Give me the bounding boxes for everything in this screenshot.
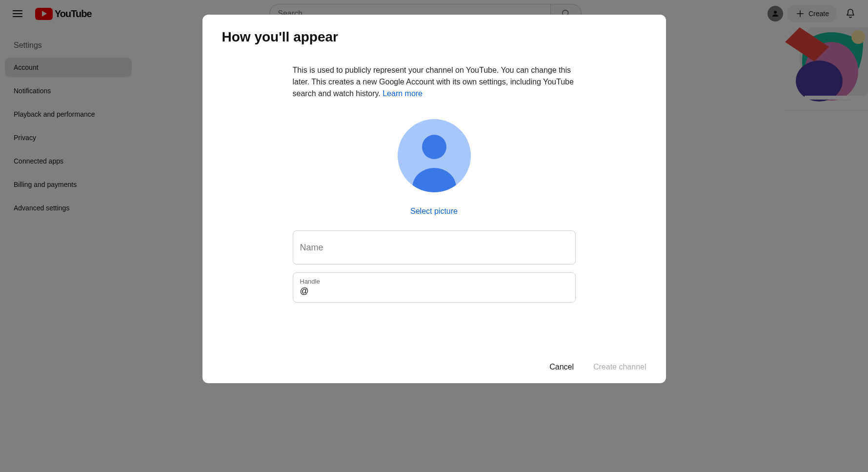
avatar-placeholder-icon: [398, 119, 471, 192]
modal-overlay: How you'll appear This is used to public…: [0, 0, 868, 472]
create-channel-dialog: How you'll appear This is used to public…: [202, 15, 666, 383]
dialog-description: This is used to publicly represent your …: [293, 64, 576, 100]
select-picture-button[interactable]: Select picture: [410, 207, 458, 216]
name-field[interactable]: [293, 230, 576, 265]
handle-input[interactable]: [300, 285, 568, 297]
dialog-scroll-area[interactable]: How you'll appear This is used to public…: [202, 15, 666, 353]
dialog-title: How you'll appear: [222, 29, 646, 45]
learn-more-link[interactable]: Learn more: [383, 89, 423, 98]
cancel-button[interactable]: Cancel: [549, 363, 574, 371]
create-channel-button[interactable]: Create channel: [593, 363, 646, 371]
dialog-actions: Cancel Create channel: [202, 353, 666, 383]
handle-field[interactable]: Handle: [293, 272, 576, 303]
name-input[interactable]: [300, 242, 568, 254]
handle-label: Handle: [300, 278, 568, 285]
